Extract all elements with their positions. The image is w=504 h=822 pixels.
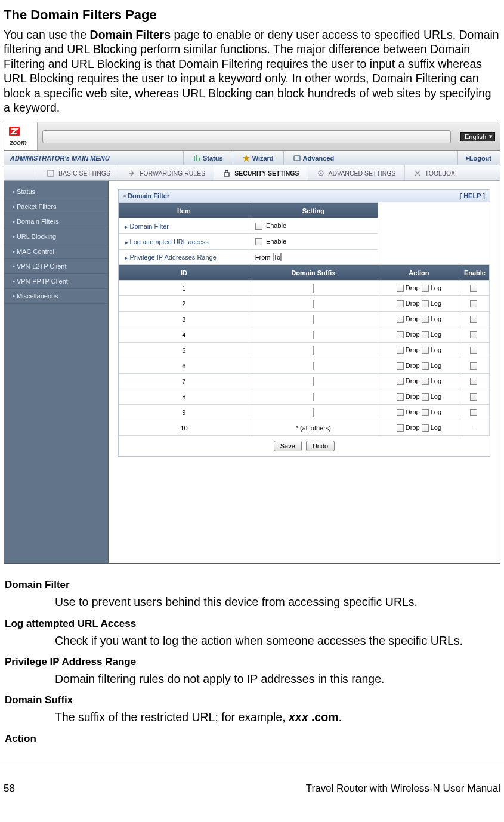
domain-suffix-input[interactable] bbox=[313, 346, 314, 355]
domain-suffix-input[interactable] bbox=[313, 408, 314, 417]
drop-label: Drop bbox=[406, 377, 422, 384]
sidebar-item-domain-filters[interactable]: Domain Filters bbox=[4, 214, 108, 229]
svg-rect-9 bbox=[224, 173, 229, 176]
drop-label: Drop bbox=[406, 424, 422, 431]
domain-suffix-input[interactable] bbox=[313, 284, 314, 293]
def-domain-filter-desc: Use to prevent users behind this device … bbox=[55, 595, 499, 609]
save-button[interactable]: Save bbox=[274, 441, 302, 451]
intro-bold: Domain Filters bbox=[90, 28, 171, 41]
undo-button[interactable]: Undo bbox=[306, 441, 335, 451]
tab-toolbox[interactable]: TOOLBOX bbox=[404, 165, 464, 180]
log-label: Log bbox=[431, 408, 441, 415]
to-label: To bbox=[274, 254, 281, 261]
rule-enable-checkbox[interactable] bbox=[470, 378, 477, 385]
table-row: 2Drop Log bbox=[119, 296, 490, 312]
log-checkbox[interactable] bbox=[422, 285, 429, 292]
domain-suffix-input[interactable] bbox=[313, 300, 314, 308]
drop-checkbox[interactable] bbox=[397, 300, 404, 307]
col-id: ID bbox=[119, 265, 249, 281]
mainmenu-logout[interactable]: Logout bbox=[457, 151, 500, 165]
drop-checkbox[interactable] bbox=[397, 378, 404, 385]
drop-checkbox[interactable] bbox=[397, 316, 404, 323]
log-label: Log bbox=[431, 315, 441, 322]
rule-enable-checkbox[interactable] bbox=[470, 300, 477, 307]
log-checkbox[interactable] bbox=[422, 393, 429, 401]
rule-id: 9 bbox=[119, 405, 249, 420]
rule-suffix-cell bbox=[249, 405, 378, 420]
drop-checkbox[interactable] bbox=[397, 393, 404, 401]
domain-suffix-input[interactable] bbox=[313, 331, 314, 339]
rule-enable-cell bbox=[460, 312, 489, 327]
rule-enable-checkbox[interactable] bbox=[470, 393, 477, 401]
domain-filter-enable-checkbox[interactable] bbox=[255, 223, 262, 230]
url-bar-area bbox=[38, 122, 456, 150]
row-privilege-label: Privilege IP Addresses Range bbox=[119, 250, 249, 265]
tab-advanced-settings[interactable]: ADVANCED SETTINGS bbox=[308, 165, 404, 180]
drop-checkbox[interactable] bbox=[397, 285, 404, 292]
tab-security-settings[interactable]: SECURITY SETTINGS bbox=[214, 165, 307, 180]
button-row: Save Undo bbox=[119, 436, 490, 456]
log-checkbox[interactable] bbox=[422, 362, 429, 370]
rule-enable-checkbox[interactable] bbox=[470, 409, 477, 416]
mainmenu-item-advanced[interactable]: Advanced bbox=[283, 151, 344, 165]
def-suffix-pre: The suffix of the restricted URL; for ex… bbox=[55, 710, 289, 724]
rule-enable-checkbox[interactable] bbox=[470, 285, 477, 292]
manual-title: Travel Router with Wireless-N User Manua… bbox=[306, 783, 500, 795]
url-field[interactable] bbox=[42, 130, 451, 143]
table-row: 1Drop Log bbox=[119, 281, 490, 296]
drop-label: Drop bbox=[406, 393, 422, 400]
log-checkbox[interactable] bbox=[422, 316, 429, 323]
rule-enable-cell bbox=[460, 296, 489, 312]
def-priv-term: Privilege IP Address Range bbox=[5, 656, 499, 668]
svg-text:zoom: zoom bbox=[9, 139, 27, 146]
drop-label: Drop bbox=[406, 346, 422, 353]
rule-suffix-cell bbox=[249, 343, 378, 358]
help-link[interactable]: [ HELP ] bbox=[459, 192, 485, 199]
drop-checkbox[interactable] bbox=[397, 362, 404, 370]
drop-checkbox[interactable] bbox=[397, 331, 404, 338]
domain-suffix-input[interactable] bbox=[313, 393, 314, 401]
def-domain-filter-term: Domain Filter bbox=[5, 579, 499, 591]
drop-checkbox[interactable] bbox=[397, 409, 404, 416]
rule-enable-checkbox[interactable] bbox=[470, 347, 477, 354]
svg-point-11 bbox=[320, 172, 321, 174]
rule-enable-checkbox[interactable] bbox=[470, 316, 477, 323]
rule-action-cell: Drop Log bbox=[378, 296, 460, 312]
mainmenu-wizard-label: Wizard bbox=[252, 155, 274, 162]
sidebar-item-mac-control[interactable]: MAC Control bbox=[4, 244, 108, 259]
settings-tabs: BASIC SETTINGS FORWARDING RULES SECURITY… bbox=[4, 165, 500, 181]
col-setting: Setting bbox=[249, 203, 378, 218]
domain-filter-panel: ▫ Domain Filter [ HELP ] Item Setting bbox=[118, 189, 490, 457]
log-attempt-enable-checkbox[interactable] bbox=[255, 238, 262, 245]
log-checkbox[interactable] bbox=[422, 409, 429, 416]
log-checkbox[interactable] bbox=[422, 424, 429, 432]
domain-suffix-input[interactable] bbox=[313, 377, 314, 386]
tab-security-label: SECURITY SETTINGS bbox=[234, 170, 299, 177]
log-checkbox[interactable] bbox=[422, 378, 429, 385]
drop-checkbox[interactable] bbox=[397, 424, 404, 432]
log-checkbox[interactable] bbox=[422, 300, 429, 307]
tab-basic-settings[interactable]: BASIC SETTINGS bbox=[38, 165, 119, 180]
language-select[interactable]: English bbox=[460, 132, 495, 141]
row-log-attempt-label: Log attempted URL access bbox=[119, 234, 249, 250]
tab-forwarding-rules[interactable]: FORWARDING RULES bbox=[119, 165, 214, 180]
rule-enable-checkbox[interactable] bbox=[470, 331, 477, 338]
table-row: 9Drop Log bbox=[119, 405, 490, 420]
domain-suffix-input[interactable] bbox=[313, 315, 314, 324]
wizard-icon bbox=[243, 155, 250, 162]
sidebar-item-url-blocking[interactable]: URL Blocking bbox=[4, 229, 108, 244]
sidebar-item-vpn-pptp-client[interactable]: VPN-PPTP Client bbox=[4, 274, 108, 289]
domain-suffix-input[interactable] bbox=[313, 362, 314, 370]
log-checkbox[interactable] bbox=[422, 331, 429, 338]
sidebar-item-status[interactable]: Status bbox=[4, 184, 108, 199]
sidebar-item-packet-filters[interactable]: Packet Filters bbox=[4, 199, 108, 214]
panel-title: ▫ Domain Filter bbox=[123, 192, 169, 199]
privilege-to-input[interactable] bbox=[280, 253, 282, 261]
sidebar-item-vpn-l2tp-client[interactable]: VPN-L2TP Client bbox=[4, 259, 108, 274]
log-checkbox[interactable] bbox=[422, 347, 429, 354]
rule-enable-checkbox[interactable] bbox=[470, 362, 477, 370]
mainmenu-item-wizard[interactable]: Wizard bbox=[233, 151, 283, 165]
drop-checkbox[interactable] bbox=[397, 347, 404, 354]
mainmenu-item-status[interactable]: Status bbox=[183, 151, 233, 165]
sidebar-item-miscellaneous[interactable]: Miscellaneous bbox=[4, 289, 108, 304]
